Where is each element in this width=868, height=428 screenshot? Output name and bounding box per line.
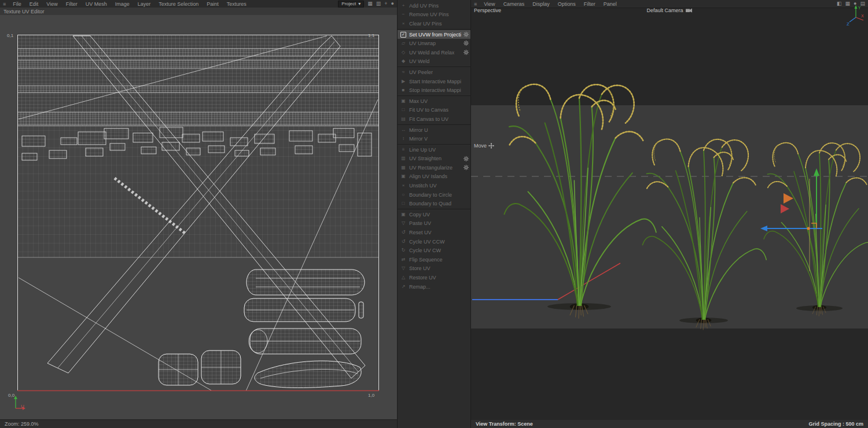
menu-item-uv-straighten[interactable]: ▥UV Straighten — [398, 154, 470, 164]
uv-editor-tab[interactable]: Texture UV Editor — [0, 8, 397, 16]
grid-icon[interactable]: ▦ — [367, 1, 373, 6]
menu-image[interactable]: Image — [111, 1, 134, 7]
menu-item-mirror-v[interactable]: ↕Mirror V — [398, 134, 470, 143]
rectangularize-icon: ▦ — [400, 165, 406, 171]
menu-cameras[interactable]: Cameras — [499, 1, 529, 7]
hamburger-icon[interactable]: ≡ — [471, 1, 480, 7]
menu-texture-selection[interactable]: Texture Selection — [155, 1, 203, 7]
menu-item-label: Max UV — [409, 98, 428, 104]
menu-item-label: Remove UV Pins — [409, 12, 449, 17]
menu-item-label: UV Straighten — [409, 156, 442, 161]
menu-file[interactable]: File — [9, 1, 25, 7]
menu-item-uv-rectangularize[interactable]: ▦UV Rectangularize — [398, 163, 470, 172]
gear-icon[interactable] — [464, 32, 469, 38]
uv-menu-group: ▣Copy UV▽Paste UV↺Reset UV↺Cycle UV CCW↻… — [398, 209, 470, 292]
gear-icon[interactable] — [464, 165, 469, 171]
half-square-icon[interactable]: ◧ — [837, 1, 842, 6]
menu-filter[interactable]: Filter — [580, 1, 599, 7]
menu-item-align-uv-islands[interactable]: ▣Align UV Islands — [398, 172, 470, 182]
menu-item-label: Add UV Pins — [409, 3, 439, 9]
cycle-ccw-icon: ↺ — [400, 239, 406, 245]
uv-canvas-area[interactable]: 0,1 1,1 0,0 1,0 — [0, 15, 397, 420]
menu-item-boundary-to-circle[interactable]: ○Boundary to Circle — [398, 190, 470, 200]
viewport-menu-items: ViewCamerasDisplayOptionsFilterPanel — [480, 1, 620, 7]
uv-menu-group: +Add UV Pins−Remove UV Pins×Clear UV Pin… — [398, 0, 470, 29]
gear-icon[interactable] — [464, 50, 469, 56]
menu-item-unstitch-uv[interactable]: ×Unstitch UV — [398, 181, 470, 190]
uv-blob-islands — [159, 350, 241, 385]
uv-menu-group: ▣Max UV□Fit UV to Canvas▤Fit Canvas to U… — [398, 95, 470, 124]
menu-item-set-uvw-from-projection[interactable]: ✓Set UVW from Projection — [398, 30, 470, 39]
menu-item-label: Remap... — [409, 284, 431, 290]
menu-item-clear-uv-pins[interactable]: ×Clear UV Pins — [398, 19, 470, 28]
menu-item-store-uv[interactable]: ▽Store UV — [398, 264, 470, 274]
project-dropdown[interactable]: Project ▾ — [338, 1, 364, 8]
align-islands-icon: ▣ — [400, 174, 406, 179]
uv-menu-group: ↔Mirror U↕Mirror V — [398, 124, 470, 144]
viewport-camera-label[interactable]: Default Camera — [471, 8, 868, 13]
menu-item-uv-unwrap[interactable]: ▱UV Unwrap — [398, 39, 470, 48]
add-icon[interactable]: + — [384, 1, 387, 6]
zoom-level: Zoom: 259.0% — [5, 421, 39, 427]
menu-item-line-up-uv[interactable]: ≡Line Up UV — [398, 145, 470, 154]
grid-spacing-label: Grid Spacing : 500 cm — [808, 421, 863, 427]
menu-item-label: UV Unwrap — [409, 40, 436, 46]
viewport-scene[interactable] — [471, 8, 868, 420]
menu-item-cycle-uv-cw[interactable]: ↻Cycle UV CW — [398, 246, 470, 255]
menu-item-mirror-u[interactable]: ↔Mirror U — [398, 126, 470, 135]
menu-item-paste-uv[interactable]: ▽Paste UV — [398, 219, 470, 228]
menu-filter[interactable]: Filter — [62, 1, 82, 7]
menu-item-add-uv-pins[interactable]: +Add UV Pins — [398, 1, 470, 10]
menu-item-restore-uv[interactable]: △Restore UV — [398, 273, 470, 282]
menu-item-label: Mirror U — [409, 127, 428, 133]
menu-item-boundary-to-quad[interactable]: □Boundary to Quad — [398, 199, 470, 208]
menu-uv-mesh[interactable]: UV Mesh — [82, 1, 111, 7]
menu-item-label: Start Interactive Mapping — [409, 79, 461, 84]
menu-item-uv-peeler[interactable]: ≈UV Peeler — [398, 68, 470, 77]
menu-item-start-interactive-mapping[interactable]: ▶Start Interactive Mapping — [398, 77, 470, 86]
menu-layer[interactable]: Layer — [134, 1, 155, 7]
menu-item-label: Mirror V — [409, 136, 428, 142]
menu-item-uv-weld-and-relax[interactable]: ◇UV Weld and Relax — [398, 48, 470, 57]
menu-panel[interactable]: Panel — [599, 1, 621, 7]
line-up-icon: ≡ — [400, 147, 406, 153]
menu-item-label: Paste UV — [409, 220, 431, 226]
max-uv-icon: ▣ — [400, 98, 406, 104]
menu-item-remap[interactable]: ↗Remap... — [398, 282, 470, 292]
gear-icon[interactable] — [464, 156, 469, 163]
menu-item-remove-uv-pins[interactable]: −Remove UV Pins — [398, 10, 470, 20]
menu-item-stop-interactive-mapping[interactable]: ■Stop Interactive Mapping — [398, 86, 470, 95]
menu-textures[interactable]: Textures — [223, 1, 251, 7]
fit-canvas-icon: ▤ — [400, 116, 406, 122]
menu-item-label: UV Rectangularize — [409, 165, 453, 171]
restore-icon: △ — [400, 275, 406, 281]
menu-item-fit-canvas-to-uv[interactable]: ▤Fit Canvas to UV — [398, 115, 470, 124]
menu-item-cycle-uv-ccw[interactable]: ↺Cycle UV CCW — [398, 237, 470, 246]
uv-editor-tab-label: Texture UV Editor — [3, 9, 45, 14]
menu-view[interactable]: View — [480, 1, 499, 7]
menu-item-copy-uv[interactable]: ▣Copy UV — [398, 210, 470, 219]
viewport-axis-gizmo[interactable]: Y X Z — [846, 3, 866, 27]
menu-options[interactable]: Options — [554, 1, 580, 7]
uv-handle-islands — [244, 270, 365, 388]
menu-item-label: Restore UV — [409, 275, 436, 281]
camera-icon — [686, 8, 693, 13]
menu-view[interactable]: View — [42, 1, 61, 7]
menu-item-uv-weld[interactable]: ◆UV Weld — [398, 57, 470, 67]
uv-wireframe[interactable] — [17, 35, 379, 392]
record-icon[interactable]: ● — [391, 1, 394, 6]
menu-item-label: Cycle UV CCW — [409, 239, 445, 245]
hamburger-icon[interactable]: ≡ — [0, 1, 9, 7]
gear-icon[interactable] — [464, 40, 469, 47]
menu-display[interactable]: Display — [528, 1, 554, 7]
uv-editor-toolbar-icons: ▦▥+● — [367, 1, 394, 6]
menu-item-reset-uv[interactable]: ↺Reset UV — [398, 228, 470, 237]
menu-item-label: Set UVW from Projection — [409, 32, 461, 38]
menu-item-max-uv[interactable]: ▣Max UV — [398, 97, 470, 106]
columns-icon[interactable]: ▥ — [376, 1, 381, 6]
mirror-v-icon: ↕ — [400, 136, 406, 142]
menu-edit[interactable]: Edit — [25, 1, 43, 7]
menu-item-flip-sequence[interactable]: ⇄Flip Sequence — [398, 255, 470, 264]
menu-paint[interactable]: Paint — [203, 1, 223, 7]
menu-item-fit-uv-to-canvas[interactable]: □Fit UV to Canvas — [398, 106, 470, 115]
